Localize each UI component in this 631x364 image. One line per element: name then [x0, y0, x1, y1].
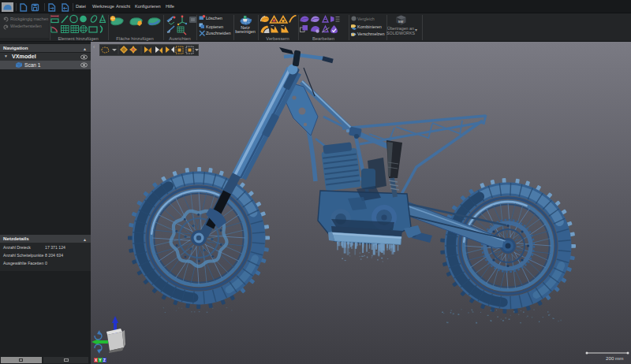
svg-text:SW: SW [398, 20, 404, 24]
